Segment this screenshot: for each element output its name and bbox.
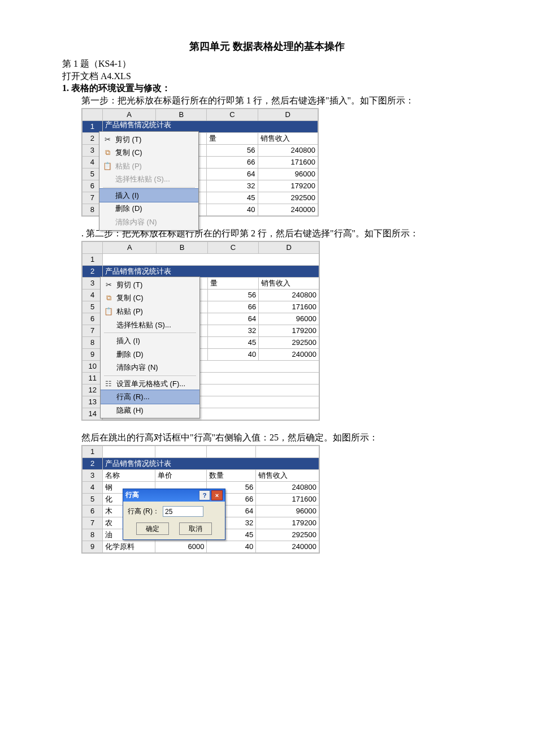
copy-icon: ⧉	[103, 148, 112, 158]
cell: 292500	[258, 192, 318, 204]
header-name: 名称	[103, 470, 155, 482]
cell: 化学原料	[103, 541, 155, 553]
format-icon: ☷	[104, 379, 113, 389]
menu-item-insert[interactable]: 插入 (I)	[99, 188, 198, 203]
menu-item-delete[interactable]: 删除 (D)	[101, 348, 199, 361]
menu-label: 设置单元格格式 (F)...	[116, 379, 185, 389]
cell: 56	[207, 289, 259, 301]
menu-separator	[103, 187, 195, 188]
cell: 66	[207, 301, 259, 313]
col-b-header[interactable]: B	[156, 109, 207, 120]
menu-label: 粘贴 (P)	[115, 161, 142, 171]
menu-item-row-height[interactable]: 行高 (R)...	[101, 390, 199, 404]
menu-label: 剪切 (T)	[115, 135, 141, 145]
header-qty: 数量	[207, 470, 256, 482]
menu-item-cut[interactable]: ✂剪切 (T)	[101, 278, 199, 292]
cell: 96000	[258, 168, 318, 180]
table-row: 9化学原料600040240000	[83, 541, 319, 553]
cancel-button[interactable]: 取消	[179, 522, 212, 535]
cell: 240800	[256, 482, 319, 494]
close-button[interactable]: ×	[211, 490, 223, 500]
menu-item-delete[interactable]: 删除 (D)	[99, 202, 198, 215]
cell: 64	[207, 168, 258, 180]
dialog-titlebar[interactable]: 行高 ? ×	[123, 489, 225, 502]
header-rev: 销售收入	[259, 277, 319, 289]
cell: 56	[207, 144, 258, 156]
col-d-header[interactable]: D	[258, 109, 318, 120]
menu-separator	[104, 375, 196, 376]
menu-item-hide[interactable]: 隐藏 (H)	[101, 404, 199, 417]
row-header[interactable]: 7	[83, 517, 103, 529]
cell: 32	[207, 180, 258, 192]
cell: 40	[207, 204, 258, 215]
title-band-text: 产品销售情况统计表	[105, 267, 171, 275]
col-c-header[interactable]: C	[207, 241, 259, 253]
cell: 179200	[258, 180, 318, 192]
menu-item-clear[interactable]: 清除内容 (N)	[99, 215, 198, 229]
row-height-input[interactable]	[163, 506, 203, 517]
cell: 64	[207, 313, 259, 325]
menu-label: 删除 (D)	[116, 349, 144, 360]
section-1-heading: 1. 表格的环境设置与修改：	[62, 82, 472, 94]
question-line: 第 1 题（KS4-1）	[62, 58, 472, 70]
menu-item-paste-special[interactable]: 选择性粘贴 (S)...	[101, 318, 199, 332]
document-page: 第四单元 数据表格处理的基本操作 第 1 题（KS4-1） 打开文档 A4.XL…	[0, 0, 534, 597]
cell: 32	[207, 325, 259, 336]
page-title: 第四单元 数据表格处理的基本操作	[62, 40, 472, 53]
table-row: 3 名称 单价 数量 销售收入	[83, 470, 319, 482]
menu-item-insert[interactable]: 插入 (I)	[101, 334, 199, 348]
row-header[interactable]: 8	[83, 529, 103, 541]
title-band: 产品销售情况统计表	[103, 458, 319, 470]
help-button[interactable]: ?	[199, 490, 210, 500]
context-menu: ✂剪切 (T) ⧉复制 (C) 📋粘贴 (P) 选择性粘贴 (S)... 插入 …	[100, 277, 200, 418]
menu-label: 复制 (C)	[116, 293, 144, 303]
table-row[interactable]: 2 产品销售情况统计表	[83, 265, 319, 277]
cut-icon: ✂	[104, 280, 113, 290]
col-a-header[interactable]: A	[102, 109, 156, 120]
menu-item-copy[interactable]: ⧉复制 (C)	[99, 146, 198, 159]
cell: 40	[207, 348, 259, 360]
title-band: 产品销售情况统计表	[103, 265, 319, 277]
help-icon: ?	[203, 491, 207, 500]
col-d-header[interactable]: D	[259, 241, 319, 253]
menu-item-cut[interactable]: ✂剪切 (T)	[99, 133, 198, 146]
table-row: 1	[83, 446, 319, 458]
cell: 292500	[259, 336, 319, 348]
row-header[interactable]: 1	[83, 446, 103, 458]
cell: 45	[207, 336, 259, 348]
menu-separator	[104, 332, 196, 333]
row-header[interactable]: 2	[83, 265, 103, 277]
cell: 171600	[259, 301, 319, 313]
row-height-label: 行高 (R)：	[128, 507, 159, 516]
cell: 6000	[155, 541, 207, 553]
row-header[interactable]: 5	[83, 494, 103, 506]
row-header[interactable]: 6	[83, 506, 103, 517]
col-a-header[interactable]: A	[103, 241, 157, 253]
header-price: 单价	[155, 470, 207, 482]
menu-item-paste[interactable]: 📋粘贴 (P)	[99, 159, 198, 173]
menu-item-format-cells[interactable]: ☷设置单元格格式 (F)...	[101, 377, 199, 391]
menu-item-paste-special[interactable]: 选择性粘贴 (S)...	[99, 172, 198, 186]
row-header[interactable]: 2	[83, 458, 103, 470]
menu-item-copy[interactable]: ⧉复制 (C)	[101, 291, 199, 305]
menu-item-paste[interactable]: 📋粘贴 (P)	[101, 305, 199, 318]
cell: 240800	[258, 144, 318, 156]
menu-label: 选择性粘贴 (S)...	[116, 320, 171, 330]
paste-icon: 📋	[103, 161, 112, 171]
column-header-row: A B C D	[83, 241, 319, 253]
ok-button[interactable]: 确定	[136, 522, 169, 535]
row-header[interactable]: 9	[83, 541, 103, 553]
col-c-header[interactable]: C	[207, 109, 258, 120]
cell: 45	[207, 192, 258, 204]
figure-2: A B C D 1 2 产品销售情况统计表 3量销售收入 456240800	[81, 241, 472, 424]
col-b-header[interactable]: B	[157, 241, 207, 253]
row-header[interactable]: 4	[83, 482, 103, 494]
row-header[interactable]: 3	[83, 470, 103, 482]
cell: 179200	[259, 325, 319, 336]
menu-label: 复制 (C)	[115, 148, 142, 158]
menu-item-clear[interactable]: 清除内容 (N)	[101, 361, 199, 374]
corner-cell	[83, 241, 103, 253]
row-header[interactable]: 1	[83, 253, 103, 265]
cell: 66	[207, 156, 258, 168]
menu-label: 行高 (R)...	[116, 392, 150, 402]
